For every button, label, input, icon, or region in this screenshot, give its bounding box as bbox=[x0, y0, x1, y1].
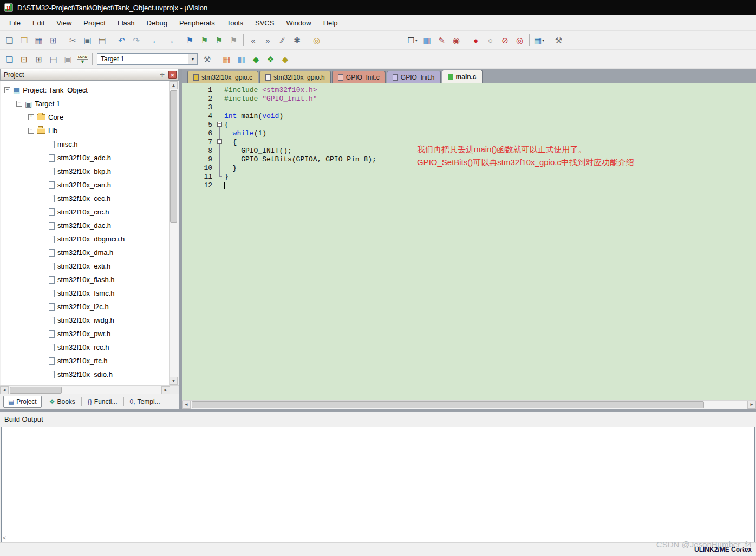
menu-svcs[interactable]: SVCS bbox=[249, 17, 280, 29]
collapse-icon[interactable]: − bbox=[28, 128, 34, 134]
indent-icon[interactable]: » bbox=[260, 33, 275, 47]
rebuild-all-icon[interactable]: ⊞ bbox=[31, 52, 46, 66]
hscroll-track[interactable] bbox=[9, 386, 161, 394]
editor-tab-main.c[interactable]: main.c bbox=[442, 70, 483, 83]
tree-item[interactable]: stm32f10x_sdio.h bbox=[1, 368, 169, 381]
chevron-down-icon[interactable]: ▾ bbox=[188, 54, 197, 64]
tree-item[interactable]: stm32f10x_pwr.h bbox=[1, 327, 169, 341]
panel-tab-functi[interactable]: {}Functi... bbox=[83, 396, 122, 408]
kill-breakpoints-icon[interactable]: ⊘ bbox=[498, 33, 512, 47]
target-select[interactable]: Target 1▾ bbox=[97, 53, 198, 65]
clear-bookmarks-icon[interactable]: ⚑ bbox=[226, 33, 241, 47]
scroll-down-icon[interactable]: ▼ bbox=[170, 377, 178, 385]
menu-peripherals[interactable]: Peripherals bbox=[173, 17, 221, 29]
comment-icon[interactable]: ∕∕ bbox=[275, 33, 290, 47]
undo-icon[interactable]: ↶ bbox=[114, 33, 129, 47]
tree-item[interactable]: stm32f10x_exti.h bbox=[1, 259, 169, 273]
unindent-icon[interactable]: « bbox=[246, 33, 260, 47]
flag-checkbox[interactable]: ☐▾ bbox=[405, 33, 420, 47]
collapse-icon[interactable]: − bbox=[16, 101, 22, 107]
collapse-icon[interactable]: − bbox=[4, 87, 10, 93]
build-icon[interactable]: ⊡ bbox=[17, 52, 31, 66]
code-line-11[interactable]: 11} bbox=[182, 172, 756, 181]
menu-view[interactable]: View bbox=[50, 17, 77, 29]
scroll-left-icon[interactable]: ◄ bbox=[182, 401, 191, 409]
download-icon[interactable]: LOAD▼ bbox=[75, 52, 90, 66]
open-folder-icon[interactable]: ❐ bbox=[17, 33, 31, 47]
tree-item[interactable]: stm32f10x_crc.h bbox=[1, 205, 169, 219]
editor-tab-GPIO_Init.h[interactable]: GPIO_Init.h bbox=[387, 71, 441, 83]
panel-tab-templ[interactable]: 0,Templ... bbox=[125, 396, 165, 408]
expand-icon[interactable]: + bbox=[28, 114, 34, 120]
translate-file-icon[interactable]: ❏ bbox=[2, 52, 17, 66]
tree-item[interactable]: −Lib bbox=[1, 124, 169, 138]
tree-item[interactable]: stm32f10x_can.h bbox=[1, 178, 169, 192]
editor-hscroll-track[interactable] bbox=[191, 401, 747, 409]
code-line-5[interactable]: 5−{ bbox=[182, 120, 756, 129]
save-all-icon[interactable]: ⊞ bbox=[46, 33, 61, 47]
find-in-files-icon[interactable]: ◎ bbox=[309, 33, 324, 47]
tree-item[interactable]: stm32f10x_bkp.h bbox=[1, 165, 169, 178]
configure-tools-icon[interactable]: ⚒ bbox=[551, 33, 566, 47]
redo-icon[interactable]: ↷ bbox=[129, 33, 144, 47]
close-icon[interactable]: ✕ bbox=[168, 71, 177, 79]
menu-window[interactable]: Window bbox=[280, 17, 317, 29]
tree-item[interactable]: stm32f10x_iwdg.h bbox=[1, 313, 169, 327]
select-packs-icon[interactable]: ❖ bbox=[263, 52, 278, 66]
project-tree-vscrollbar[interactable]: ▲ ▼ bbox=[169, 81, 178, 385]
copy-icon[interactable]: ▣ bbox=[80, 33, 95, 47]
tree-item[interactable]: stm32f10x_dma.h bbox=[1, 246, 169, 259]
pack-installer-icon[interactable]: ◆ bbox=[278, 52, 292, 66]
project-tree-hscrollbar[interactable]: ◄ ► bbox=[0, 385, 179, 394]
navigate-back-icon[interactable]: ← bbox=[148, 33, 163, 47]
file-extensions-icon[interactable]: ▥ bbox=[234, 52, 249, 66]
tree-item[interactable]: stm32f10x_rtc.h bbox=[1, 354, 169, 368]
fold-collapse-icon[interactable]: − bbox=[217, 139, 222, 144]
paste-icon[interactable]: ▤ bbox=[95, 33, 109, 47]
tree-item[interactable]: +Core bbox=[1, 110, 169, 124]
options-for-target-icon[interactable]: ⚒ bbox=[200, 52, 214, 66]
panel-tab-project[interactable]: ▤Project bbox=[3, 396, 42, 408]
editor-hscroll-thumb[interactable] bbox=[192, 401, 704, 408]
editor-tab-GPIO_Init.c[interactable]: GPIO_Init.c bbox=[332, 71, 386, 83]
find-symbols-icon[interactable]: ▥ bbox=[420, 33, 434, 47]
batch-build-icon[interactable]: ▤ bbox=[46, 52, 61, 66]
panel-tab-books[interactable]: ❖Books bbox=[44, 396, 80, 408]
tree-item[interactable]: stm32f10x_flash.h bbox=[1, 273, 169, 286]
annotate-icon[interactable]: ✎ bbox=[434, 33, 449, 47]
tree-item[interactable]: stm32f10x_cec.h bbox=[1, 192, 169, 205]
manage-project-items-icon[interactable]: ▦ bbox=[219, 52, 234, 66]
tree-item[interactable]: −▣Target 1 bbox=[1, 97, 169, 110]
debug-windows-icon[interactable]: ▦▾ bbox=[532, 33, 546, 47]
tree-item[interactable]: stm32f10x_adc.h bbox=[1, 151, 169, 165]
pin-icon[interactable]: ✛ bbox=[158, 71, 166, 79]
uncomment-icon[interactable]: ✱ bbox=[290, 33, 304, 47]
tree-item[interactable]: misc.h bbox=[1, 138, 169, 151]
editor-tab-stm32f10x_gpio.h[interactable]: stm32f10x_gpio.h bbox=[259, 71, 331, 83]
menu-flash[interactable]: Flash bbox=[112, 17, 141, 29]
menu-help[interactable]: Help bbox=[317, 17, 344, 29]
menu-file[interactable]: File bbox=[3, 17, 27, 29]
scroll-right-icon[interactable]: ► bbox=[747, 401, 756, 409]
disable-breakpoints-icon[interactable]: ◎ bbox=[512, 33, 527, 47]
tree-item[interactable]: stm32f10x_i2c.h bbox=[1, 300, 169, 313]
editor-tab-stm32f10x_gpio.c[interactable]: stm32f10x_gpio.c bbox=[187, 71, 258, 83]
manage-rte-icon[interactable]: ◆ bbox=[249, 52, 263, 66]
tree-item[interactable]: −▦Project: Tank_Object bbox=[1, 83, 169, 97]
new-file-icon[interactable]: ❏ bbox=[2, 33, 17, 47]
code-line-3[interactable]: 3 bbox=[182, 103, 756, 112]
tree-item[interactable]: stm32f10x_rcc.h bbox=[1, 341, 169, 354]
menu-project[interactable]: Project bbox=[77, 17, 111, 29]
code-editor[interactable]: 1#include <stm32f10x.h>2#include "GPIO_I… bbox=[182, 83, 756, 400]
tree-item[interactable]: stm32f10x_dac.h bbox=[1, 219, 169, 232]
code-line-6[interactable]: 6 while(1) bbox=[182, 129, 756, 138]
code-line-4[interactable]: 4int main(void) bbox=[182, 112, 756, 120]
prev-bookmark-icon[interactable]: ⚑ bbox=[197, 33, 212, 47]
cut-icon[interactable]: ✂ bbox=[66, 33, 80, 47]
menu-edit[interactable]: Edit bbox=[27, 17, 50, 29]
fold-collapse-icon[interactable]: − bbox=[217, 122, 222, 127]
scroll-right-icon[interactable]: ► bbox=[161, 386, 170, 394]
build-output-area[interactable]: < bbox=[1, 427, 755, 542]
scroll-left-icon[interactable]: ◄ bbox=[0, 386, 9, 394]
scroll-up-icon[interactable]: ▲ bbox=[170, 81, 178, 89]
